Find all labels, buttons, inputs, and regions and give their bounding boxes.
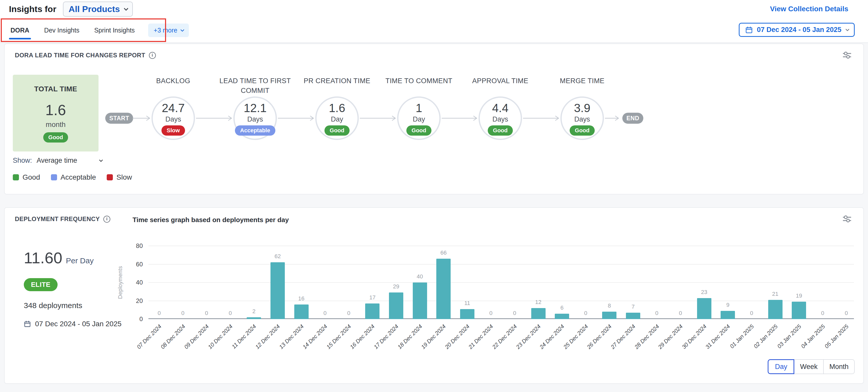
date-range-picker[interactable]: 07 Dec 2024 - 05 Jan 2025 xyxy=(739,23,855,37)
chart-bar[interactable] xyxy=(555,314,569,319)
performance-tier-badge: ELITE xyxy=(24,278,58,291)
stage-rating-badge: Slow xyxy=(161,125,185,135)
filter-settings-icon[interactable] xyxy=(842,51,852,61)
more-tabs-dropdown[interactable]: +3 more xyxy=(148,24,189,37)
stage-rating-badge: Good xyxy=(569,125,594,135)
stage-label-lead-time-to-first-commit: LEAD TIME TO FIRST COMMIT xyxy=(217,76,293,95)
filter-settings-icon[interactable] xyxy=(842,214,852,225)
total-time-unit: month xyxy=(46,121,66,129)
bar-value-label: 2 xyxy=(239,308,269,315)
granularity-week-button[interactable]: Week xyxy=(794,359,824,374)
stage-unit: Day xyxy=(413,115,425,123)
bar-value-label: 29 xyxy=(381,283,411,290)
bar-value-label: 19 xyxy=(783,293,814,299)
chart-bar[interactable] xyxy=(247,317,261,319)
chart-bar[interactable] xyxy=(389,293,403,319)
chart-bar[interactable] xyxy=(697,298,711,319)
chart-bar[interactable] xyxy=(271,262,285,319)
calendar-icon xyxy=(24,320,31,328)
lead-time-pipeline: BACKLOG24.7DaysSlowLEAD TIME TO FIRST CO… xyxy=(5,44,863,194)
stage-node[interactable]: 24.7DaysSlow xyxy=(152,96,195,140)
stage-unit: Days xyxy=(247,115,263,123)
tab-dora[interactable]: DORA xyxy=(9,18,31,42)
show-label: Show: xyxy=(13,157,32,164)
deployment-chart-plot: Deployments 020406080007 Dec 2024008 Dec… xyxy=(148,246,854,319)
stage-node[interactable]: 4.4DaysGood xyxy=(478,96,522,140)
legend-item-good: Good xyxy=(13,173,40,181)
y-tick-label: 0 xyxy=(127,315,143,323)
lead-time-card: DORA LEAD TIME FOR CHANGES REPORT i TOTA… xyxy=(4,43,864,194)
flow-arrow xyxy=(132,115,151,121)
bar-value-label: 9 xyxy=(712,302,743,308)
show-value: Average time xyxy=(37,157,77,164)
chart-bar[interactable] xyxy=(792,302,806,319)
chart-bar[interactable] xyxy=(531,308,546,319)
chart-bar[interactable] xyxy=(413,282,427,319)
tab-sprint-insights[interactable]: Sprint Insights xyxy=(93,18,136,42)
date-range-value: 07 Dec 2024 - 05 Jan 2025 xyxy=(757,26,841,34)
bar-value-label: 11 xyxy=(452,300,483,306)
bar-value-label: 0 xyxy=(334,310,364,316)
flow-arrow xyxy=(605,115,619,121)
chart-bar[interactable] xyxy=(436,259,451,319)
top-bar: Insights for All Products View Collectio… xyxy=(0,0,868,18)
chart-bar[interactable] xyxy=(365,303,379,319)
deployment-rate-unit: Per Day xyxy=(66,257,94,265)
more-tabs-label: +3 more xyxy=(154,27,177,34)
view-collection-details-link[interactable]: View Collection Details xyxy=(770,5,848,13)
chart-bar[interactable] xyxy=(460,309,474,319)
legend-swatch xyxy=(107,174,113,180)
stage-value: 3.9 xyxy=(574,101,590,115)
dora-insights-page: Insights for All Products View Collectio… xyxy=(0,0,868,392)
bar-value-label: 23 xyxy=(689,289,720,296)
legend-swatch xyxy=(51,174,57,180)
stage-node[interactable]: 1DayGood xyxy=(397,96,441,140)
chart-bar[interactable] xyxy=(721,311,735,319)
stage-value: 4.4 xyxy=(492,101,508,115)
chart-title: Time series graph based on deployments p… xyxy=(132,216,289,224)
stage-label-backlog: BACKLOG xyxy=(135,76,212,86)
stage-value: 1 xyxy=(415,101,422,115)
stage-rating-badge: Good xyxy=(324,125,349,135)
stage-unit: Days xyxy=(165,115,181,123)
flow-arrow xyxy=(442,115,477,121)
stage-label-approval-time: APPROVAL TIME xyxy=(462,76,539,86)
total-time-rating-badge: Good xyxy=(43,132,68,143)
bar-value-label: 7 xyxy=(618,303,648,310)
chart-bar[interactable] xyxy=(294,304,309,319)
stage-value: 24.7 xyxy=(162,101,185,115)
flow-arrow xyxy=(196,115,232,121)
lead-time-title: DORA LEAD TIME FOR CHANGES REPORT xyxy=(15,52,145,59)
page-title: Insights for xyxy=(9,4,56,14)
stage-label-merge-time: MERGE TIME xyxy=(544,76,621,86)
deployment-date-range: 07 Dec 2024 - 05 Jan 2025 xyxy=(24,320,122,328)
legend-swatch xyxy=(13,174,19,180)
total-time-card: TOTAL TIME 1.6 month Good xyxy=(13,75,98,151)
total-time-value: 1.6 xyxy=(45,101,66,118)
chart-bar[interactable] xyxy=(602,312,616,319)
chart-bar[interactable] xyxy=(768,300,782,319)
product-selector-dropdown[interactable]: All Products xyxy=(63,2,133,17)
stage-node[interactable]: 12.1DaysAcceptable xyxy=(234,96,277,140)
stage-node[interactable]: 3.9DaysGood xyxy=(560,96,604,140)
stage-node[interactable]: 1.6DayGood xyxy=(315,96,359,140)
chevron-down-icon xyxy=(99,158,103,162)
chart-bar[interactable] xyxy=(626,313,640,319)
granularity-day-button[interactable]: Day xyxy=(768,359,794,374)
bar-value-label: 0 xyxy=(570,310,601,316)
flow-arrow xyxy=(523,115,559,121)
gridline xyxy=(148,301,854,301)
granularity-month-button[interactable]: Month xyxy=(824,359,855,374)
calendar-icon xyxy=(745,26,753,34)
info-icon[interactable]: i xyxy=(149,52,156,59)
bar-value-label: 17 xyxy=(357,294,388,301)
y-tick-label: 60 xyxy=(127,261,143,268)
stage-value: 12.1 xyxy=(244,101,267,115)
tab-dev-insights[interactable]: Dev Insights xyxy=(43,18,81,42)
rating-legend: Good Acceptable Slow xyxy=(13,173,132,181)
chevron-down-icon xyxy=(124,6,128,11)
stage-label-time-to-comment: TIME TO COMMENT xyxy=(380,76,457,86)
info-icon[interactable]: i xyxy=(103,216,110,222)
show-metric-dropdown[interactable]: Show: Average time xyxy=(13,157,102,164)
y-tick-label: 20 xyxy=(127,297,143,304)
